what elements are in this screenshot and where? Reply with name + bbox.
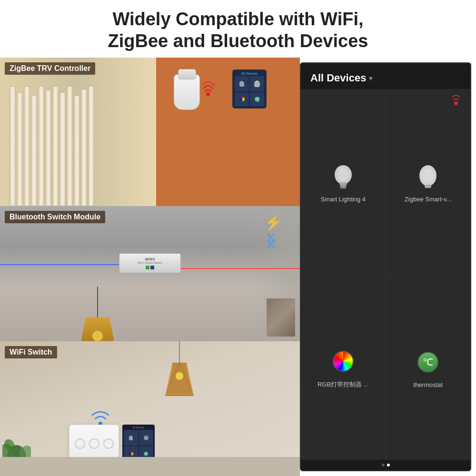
bluetooth-panel: Bluetooth Switch Module ⚡ [0, 206, 300, 341]
devices-panel: All Devices ▾ Smart Light [300, 62, 471, 471]
zigbee-panel: ZigBee TRV Controller [0, 58, 300, 206]
bluetooth-label: Bluetooth Switch Module [5, 211, 105, 223]
lighting-name: Smart Lighting 4 [320, 196, 366, 203]
rgb-icon [333, 351, 354, 372]
zigbee-label: ZigBee TRV Controller [5, 62, 95, 75]
pagination-dot-2 [387, 464, 390, 466]
lighting-icon-wrap [329, 162, 357, 191]
wifi-label: WiFi Switch [5, 346, 57, 358]
svg-point-15 [337, 168, 349, 181]
wifi-panel: WiFi Switch [0, 341, 300, 476]
svg-point-21 [422, 169, 434, 183]
valve-icon [417, 164, 438, 189]
pendant-lamp [165, 341, 194, 398]
device-cell-lighting[interactable]: Smart Lighting 4 [301, 89, 386, 273]
ceiling-lamp [81, 287, 114, 341]
signal-icon [202, 79, 226, 102]
thermo-symbol: ℃ [423, 357, 433, 368]
pagination-dot-1 [382, 464, 385, 466]
wall-controller: All Devices ℃ [232, 69, 267, 109]
page-container: Widely Compatible with WiFi, ZigBee and … [0, 0, 476, 476]
switch-circle-3[interactable] [103, 438, 114, 449]
svg-point-19 [454, 101, 458, 105]
svg-rect-17 [340, 185, 347, 187]
thermostat-name: thermostat [414, 381, 443, 388]
header: Widely Compatible with WiFi, ZigBee and … [0, 0, 476, 58]
device-cell-zigbee[interactable]: Zigbee Smart-v... [386, 89, 471, 273]
devices-title: All Devices [310, 72, 366, 84]
devices-header: All Devices ▾ [301, 63, 470, 89]
svg-rect-18 [340, 187, 346, 188]
devices-grid: Smart Lighting 4 [301, 89, 470, 460]
pagination [301, 460, 470, 470]
rgb-name: RGB灯带控制器 ... [317, 380, 369, 389]
device-cell-rgb[interactable]: RGB灯带控制器 ... [301, 274, 386, 460]
svg-point-0 [206, 92, 210, 96]
svg-rect-16 [339, 182, 347, 185]
rgb-icon-wrap [329, 347, 357, 376]
trv-device [174, 74, 200, 110]
left-panels: ZigBee TRV Controller [0, 58, 300, 476]
zigbee-name: Zigbee Smart-v... [405, 196, 452, 203]
devices-arrow: ▾ [369, 74, 373, 83]
module-device: MOES Wi-Fi Smart Switch [119, 253, 181, 273]
svg-rect-22 [425, 185, 431, 188]
switch-circle-1[interactable] [75, 438, 85, 449]
wifi-floor [0, 457, 300, 476]
main-content: ZigBee TRV Controller [0, 58, 476, 476]
switch-circle-2[interactable] [89, 438, 99, 449]
page-title: Widely Compatible with WiFi, ZigBee and … [10, 9, 466, 52]
zigbee-signal-badge [452, 93, 466, 108]
bulb-icon [333, 164, 354, 189]
thermostat-icon-wrap: ℃ [414, 348, 442, 377]
valve-icon-wrap [414, 162, 442, 191]
thermostat-icon: ℃ [417, 352, 438, 373]
device-cell-thermostat[interactable]: ℃ thermostat [386, 274, 471, 460]
